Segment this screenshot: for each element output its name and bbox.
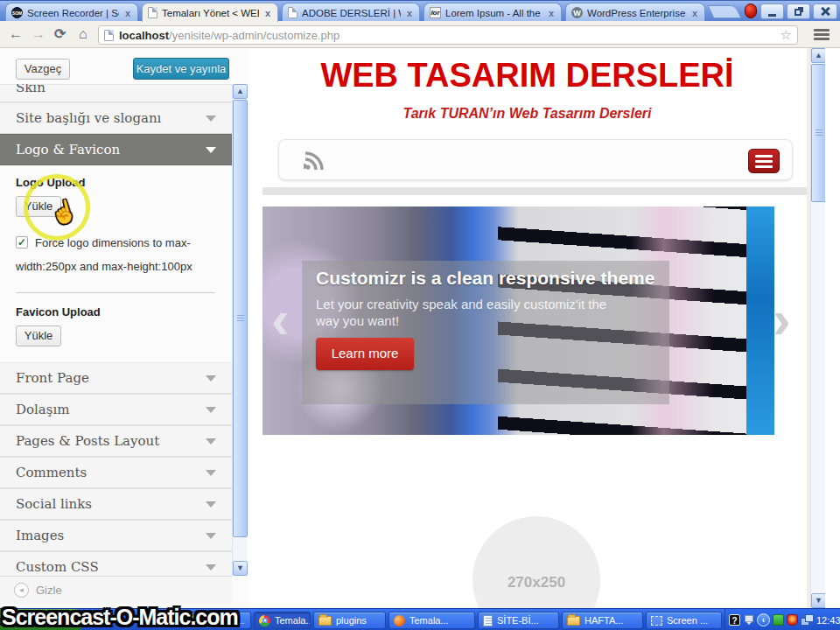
taskbar-button-label: SİTE-Bİ... [497, 615, 539, 626]
taskbar-button-label: HAFTA... [584, 615, 623, 626]
section-custom-css[interactable]: Custom CSS [0, 551, 232, 576]
site-preview: WEB TASARIM DERSLERİ Tarık TURAN’ın Web … [248, 48, 825, 608]
section-comments[interactable]: Comments [0, 457, 232, 488]
tab-temalari-yonet[interactable]: Temaları Yönet < WEB TA x [142, 3, 278, 22]
carousel-next-icon[interactable]: › [773, 293, 791, 346]
screencast-favicon-icon: SOM [11, 7, 23, 18]
tab-adobe-dersleri[interactable]: ADOBE DERSLERİ | WEB x [282, 3, 420, 22]
chevron-down-icon [206, 147, 216, 153]
taskbar-button-screen[interactable]: Screen ... [646, 612, 722, 629]
rss-icon[interactable] [304, 150, 325, 172]
lorem-favicon-icon: lor [430, 7, 441, 18]
tab-wordpress[interactable]: W WordPress Enterprise Ho x [565, 3, 705, 22]
collapse-label[interactable]: Gizle [36, 584, 62, 597]
back-icon[interactable]: ← [9, 25, 23, 43]
tab-close-icon[interactable]: x [405, 8, 414, 18]
home-icon[interactable]: ⌂ [79, 25, 88, 43]
section-skin[interactable]: Skin [0, 84, 232, 102]
slide-photo-edge [746, 206, 774, 435]
scrollbar-thumb[interactable] [233, 100, 248, 537]
slide-heading: Customizr is a clean responsive theme [316, 268, 654, 289]
reload-icon[interactable]: ⟳ [54, 25, 66, 43]
desktop: SOM Screen Recorder | Scree x Temaları Y… [0, 0, 840, 630]
page-favicon-icon [148, 7, 158, 18]
chevron-down-icon [206, 116, 216, 122]
tab-close-icon[interactable]: x [690, 8, 699, 18]
restore-button[interactable] [787, 4, 810, 19]
favicon-upload-button[interactable]: Yükle [16, 326, 61, 346]
customizer-sections: Skin Site başlığı ve sloganı Logo & Favi… [0, 84, 232, 576]
taskbar-button-label: Temala... [275, 615, 311, 626]
section-dolasim[interactable]: Dolaşım [0, 394, 232, 425]
force-dimensions-checkbox[interactable]: ✓ [16, 236, 28, 248]
tab-close-icon[interactable]: x [263, 8, 272, 18]
network-tray-icon[interactable] [801, 614, 812, 626]
sidebar-scrollbar[interactable]: ▲ ▼ [232, 84, 247, 576]
chrome-menu-icon[interactable] [812, 27, 831, 42]
site-tagline: Tarık TURAN’ın Web Tasarım Dersleri [248, 106, 807, 122]
menu-toggle-icon[interactable] [748, 149, 780, 173]
url-domain: localhost [119, 29, 169, 42]
page-icon [104, 30, 114, 41]
scroll-down-icon[interactable]: ▼ [811, 593, 825, 608]
checkbox-label-line2: width:250px and max-height:100px [16, 260, 216, 273]
tab-label: Lorem Ipsum - All the fac [445, 8, 542, 18]
taskbar-button-firefox[interactable]: Temala... [388, 612, 475, 629]
scroll-down-icon[interactable]: ▼ [233, 561, 248, 576]
carousel-slide: Customizr is a clean responsive theme Le… [262, 206, 774, 435]
close-button[interactable] [813, 4, 837, 19]
section-label: Custom CSS [16, 559, 99, 575]
tab-close-icon[interactable]: x [547, 8, 556, 18]
scroll-up-icon[interactable]: ▲ [811, 48, 825, 63]
tab-close-icon[interactable]: x [123, 8, 132, 18]
address-bar[interactable]: localhost/yenisite/wp-admin/customize.ph… [98, 25, 798, 45]
help-tray-icon[interactable]: ? [729, 614, 740, 626]
tray-chevron-icon[interactable]: ‹ [757, 613, 770, 626]
learn-more-button[interactable]: Learn more [316, 338, 414, 370]
bookmark-star-icon[interactable]: ☆ [780, 27, 792, 43]
taskbar-button-chrome[interactable]: Temala... [254, 612, 311, 629]
updates-tray-icon[interactable] [743, 614, 754, 626]
header-divider [262, 187, 807, 195]
tab-lorem-ipsum[interactable]: lor Lorem Ipsum - All the fac x [424, 3, 562, 22]
section-label: Front Page [16, 370, 89, 386]
section-front-page[interactable]: Front Page [0, 362, 232, 394]
scrollbar-thumb[interactable] [811, 64, 825, 202]
tab-label: ADOBE DERSLERİ | WEB [302, 8, 401, 18]
wordpress-favicon-icon: W [571, 7, 583, 18]
forward-icon[interactable]: → [32, 25, 46, 43]
section-label: Social links [16, 496, 92, 512]
system-tray: ? ‹ 12:43 [724, 609, 840, 630]
section-label: Comments [16, 465, 87, 480]
slide-caption-box: Customizr is a clean responsive theme Le… [302, 261, 669, 404]
slide-text: Let your creativity speak and easily cus… [316, 296, 631, 329]
carousel-prev-icon[interactable]: ‹ [271, 293, 290, 346]
customizer-sidebar: Vazgeç Kaydet ve yayınla Skin Site başlı… [0, 48, 248, 608]
save-publish-button[interactable]: Kaydet ve yayınla [133, 58, 229, 80]
new-tab-button[interactable] [708, 5, 742, 18]
section-site-title-tagline[interactable]: Site başlığı ve sloganı [0, 102, 232, 134]
section-images[interactable]: Images [0, 520, 232, 551]
tab-screen-recorder[interactable]: SOM Screen Recorder | Scree x [5, 3, 138, 22]
recorder-tray-icon[interactable] [773, 614, 784, 626]
minimize-button[interactable] [760, 4, 784, 19]
firefox-icon [394, 615, 405, 626]
chevron-down-icon [206, 438, 216, 444]
taskbar-button-hafta[interactable]: HAFTA... [562, 612, 643, 629]
section-label: Skin [16, 84, 46, 95]
customizer-footer: ◄ Gizle [0, 576, 232, 604]
section-social-links[interactable]: Social links [0, 488, 232, 520]
preview-scrollbar[interactable]: ▲ ▼ [810, 48, 825, 608]
scroll-up-icon[interactable]: ▲ [233, 84, 248, 99]
section-pages-posts-layout[interactable]: Pages & Posts Layout [0, 425, 232, 457]
taskbar-clock: 12:43 [816, 615, 840, 626]
chrome-icon [259, 615, 270, 626]
taskbar-button-site[interactable]: SİTE-Bİ... [478, 612, 559, 629]
chevron-down-icon [206, 564, 216, 570]
security-tray-icon[interactable] [787, 614, 798, 626]
cancel-button[interactable]: Vazgeç [16, 59, 70, 80]
chevron-down-icon [206, 407, 216, 413]
collapse-arrow-icon[interactable]: ◄ [14, 583, 29, 598]
taskbar-button-plugins[interactable]: plugins [313, 612, 386, 629]
section-logo-favicon[interactable]: Logo & Favicon [0, 134, 232, 165]
